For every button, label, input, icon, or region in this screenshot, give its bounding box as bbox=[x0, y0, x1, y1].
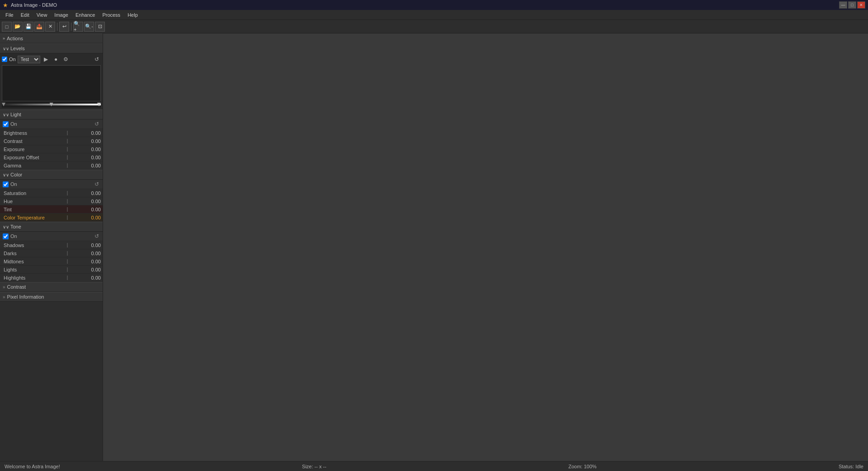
new-button[interactable]: □ bbox=[2, 22, 12, 32]
levels-reset-btn[interactable]: ↺ bbox=[93, 55, 101, 63]
color-section-header[interactable]: ∨ Color bbox=[0, 170, 103, 180]
left-panel: Actions ∨ Levels On Test RGB Red Green B… bbox=[0, 33, 103, 461]
lights-label: Lights bbox=[0, 267, 50, 272]
menu-process[interactable]: Process bbox=[99, 11, 124, 19]
levels-arrow: ∨ bbox=[3, 46, 9, 51]
menu-image[interactable]: Image bbox=[51, 11, 72, 19]
contrast-section-header[interactable]: » Contrast bbox=[0, 282, 103, 292]
levels-auto-btn[interactable]: ▶ bbox=[42, 55, 50, 63]
menu-help[interactable]: Help bbox=[124, 11, 142, 19]
levels-on-checkbox[interactable] bbox=[2, 57, 7, 62]
lights-row[interactable]: Lights 0.00 bbox=[0, 266, 103, 274]
levels-channel-dropdown[interactable]: Test RGB Red Green Blue bbox=[18, 56, 40, 63]
tone-on-label: On bbox=[10, 233, 17, 239]
darks-row[interactable]: Darks 0.00 bbox=[0, 249, 103, 257]
tint-label: Tint bbox=[0, 207, 50, 212]
levels-label: Levels bbox=[10, 46, 25, 51]
tone-subsection-header: On ↺ bbox=[0, 232, 103, 241]
statusbar-welcome: Welcome to Astra Image! bbox=[5, 464, 60, 469]
open-button[interactable]: 📂 bbox=[13, 22, 23, 32]
light-on-checkbox[interactable] bbox=[3, 121, 9, 127]
color-label: Color bbox=[10, 172, 22, 177]
exposure-offset-label: Exposure Offset bbox=[0, 155, 50, 160]
menu-file[interactable]: File bbox=[2, 11, 17, 19]
tone-content: On ↺ Shadows 0.00 Darks 0.00 Midtones bbox=[0, 232, 103, 282]
export-button[interactable]: 📤 bbox=[34, 22, 44, 32]
midtones-center bbox=[67, 259, 67, 264]
color-temp-row[interactable]: Color Temperature 0.00 bbox=[0, 214, 103, 222]
levels-histogram bbox=[2, 65, 101, 101]
hue-row[interactable]: Hue 0.00 bbox=[0, 197, 103, 205]
color-temp-value: 0.00 bbox=[85, 215, 103, 220]
levels-options-btn[interactable]: ● bbox=[52, 55, 60, 63]
tone-on-checkbox[interactable] bbox=[3, 233, 9, 239]
statusbar-size: Size: -- x -- bbox=[302, 464, 326, 469]
actions-arrow bbox=[3, 36, 5, 41]
titlebar-controls: — □ ✕ bbox=[839, 1, 865, 9]
saturation-row[interactable]: Saturation 0.00 bbox=[0, 189, 103, 197]
shadows-row[interactable]: Shadows 0.00 bbox=[0, 241, 103, 249]
contrast-label: Contrast bbox=[7, 284, 26, 290]
pixel-info-section-header[interactable]: » Pixel Information bbox=[0, 292, 103, 302]
zoom-in-button[interactable]: 🔍+ bbox=[73, 22, 83, 32]
light-on-toggle: On bbox=[3, 121, 17, 127]
color-temp-label: Color Temperature bbox=[0, 215, 50, 220]
menu-view[interactable]: View bbox=[33, 11, 51, 19]
light-arrow: ∨ bbox=[3, 112, 9, 117]
actions-section-header[interactable]: Actions bbox=[0, 33, 103, 43]
light-section-header[interactable]: ∨ Light bbox=[0, 109, 103, 119]
pixel-info-label: Pixel Information bbox=[7, 294, 44, 300]
levels-content: On Test RGB Red Green Blue ▶ ● ⚙ ↺ bbox=[0, 53, 103, 109]
exposure-offset-row[interactable]: Exposure Offset 0.00 bbox=[0, 153, 103, 162]
tint-row[interactable]: Tint 0.00 bbox=[0, 205, 103, 214]
close-button[interactable]: ✕ bbox=[857, 1, 865, 9]
statusbar-status: Status: Idle bbox=[839, 464, 863, 469]
light-reset-btn[interactable]: ↺ bbox=[94, 121, 100, 127]
lights-center bbox=[67, 267, 67, 272]
zoom-out-button[interactable]: 🔍- bbox=[84, 22, 94, 32]
shadows-label: Shadows bbox=[0, 243, 50, 248]
save-button[interactable]: 💾 bbox=[24, 22, 33, 32]
toolbar: □ 📂 💾 📤 ✕ ↩ 🔍+ 🔍- ⊡ bbox=[0, 20, 868, 33]
hue-value: 0.00 bbox=[85, 199, 103, 204]
titlebar-title: Astra Image - DEMO bbox=[11, 2, 57, 8]
toolbar-separator-2 bbox=[71, 23, 71, 31]
maximize-button[interactable]: □ bbox=[848, 1, 856, 9]
levels-sliders[interactable] bbox=[2, 101, 101, 108]
gamma-label: Gamma bbox=[0, 163, 50, 168]
light-on-label: On bbox=[10, 121, 17, 127]
darks-label: Darks bbox=[0, 251, 50, 256]
levels-settings-btn[interactable]: ⚙ bbox=[62, 55, 70, 63]
statusbar: Welcome to Astra Image! Size: -- x -- Zo… bbox=[0, 461, 868, 471]
statusbar-zoom: Zoom: 100% bbox=[568, 464, 596, 469]
zoom-fit-button[interactable]: ⊡ bbox=[95, 22, 105, 32]
color-temp-center bbox=[67, 215, 67, 220]
color-reset-btn[interactable]: ↺ bbox=[94, 181, 100, 187]
midtones-label: Midtones bbox=[0, 259, 50, 264]
brightness-value: 0.00 bbox=[85, 130, 103, 136]
color-on-checkbox[interactable] bbox=[3, 181, 9, 187]
menu-edit[interactable]: Edit bbox=[17, 11, 33, 19]
levels-section-header[interactable]: ∨ Levels bbox=[0, 43, 103, 53]
gamma-row[interactable]: Gamma 0.00 bbox=[0, 162, 103, 170]
close-file-button[interactable]: ✕ bbox=[45, 22, 55, 32]
undo-button[interactable]: ↩ bbox=[59, 22, 69, 32]
brightness-center bbox=[67, 131, 67, 135]
highlights-row[interactable]: Highlights 0.00 bbox=[0, 274, 103, 282]
contrast-row[interactable]: Contrast 0.00 bbox=[0, 137, 103, 145]
midtones-row[interactable]: Midtones 0.00 bbox=[0, 257, 103, 266]
tone-reset-btn[interactable]: ↺ bbox=[94, 233, 100, 239]
main-area: Actions ∨ Levels On Test RGB Red Green B… bbox=[0, 33, 868, 461]
light-content: On ↺ Brightness 0.00 Contrast 0.00 Expos… bbox=[0, 119, 103, 170]
exposure-value: 0.00 bbox=[85, 147, 103, 152]
minimize-button[interactable]: — bbox=[839, 1, 847, 9]
tone-section-header[interactable]: ∨ Tone bbox=[0, 222, 103, 232]
exposure-row[interactable]: Exposure 0.00 bbox=[0, 145, 103, 153]
hue-center bbox=[67, 199, 67, 204]
titlebar: ★ Astra Image - DEMO — □ ✕ bbox=[0, 0, 868, 10]
color-subsection-header: On ↺ bbox=[0, 180, 103, 189]
menu-enhance[interactable]: Enhance bbox=[72, 11, 99, 19]
midtones-value: 0.00 bbox=[85, 259, 103, 264]
brightness-row[interactable]: Brightness 0.00 bbox=[0, 129, 103, 137]
menubar: File Edit View Image Enhance Process Hel… bbox=[0, 10, 868, 20]
